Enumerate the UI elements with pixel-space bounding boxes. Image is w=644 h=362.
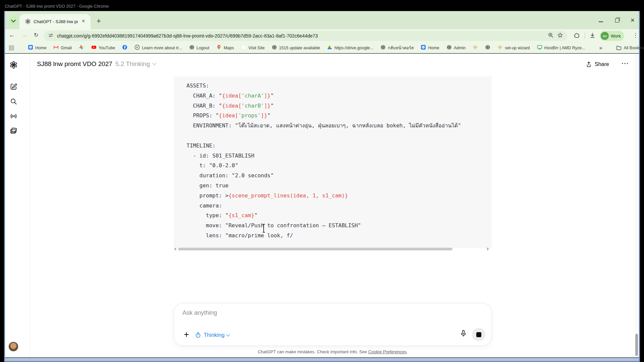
bookmark-item[interactable]: set-up wizard: [497, 45, 530, 51]
hscroll-left-arrow-icon[interactable]: [174, 247, 176, 251]
site-settings-icon[interactable]: [48, 33, 54, 40]
new-tab-button[interactable]: +: [97, 17, 101, 25]
bookmark-item[interactable]: HostBrr | AMD Ryze...: [537, 45, 585, 51]
bookmark-item[interactable]: [79, 45, 84, 51]
bookmark-label: YouTube: [99, 46, 115, 50]
bookmark-item[interactable]: WLearn more about tr...: [135, 45, 182, 51]
bookmarks-overflow-icon[interactable]: »: [599, 45, 602, 51]
microphone-icon[interactable]: [460, 329, 467, 339]
diamond-icon: [497, 45, 503, 51]
diamond-icon: [473, 45, 478, 51]
bookmark-item[interactable]: [122, 45, 127, 51]
thinking-label: Thinking: [204, 332, 224, 338]
forward-button[interactable]: →: [21, 32, 28, 39]
bookmark-label: Gmail: [61, 46, 72, 50]
bookmark-item[interactable]: 1515 update available: [272, 45, 320, 51]
reload-button[interactable]: ↻: [34, 32, 38, 38]
chatgpt-favicon-icon: [25, 18, 31, 24]
code-line: prompt: >{scene_prompt_lines(idea, 1, s1…: [186, 191, 492, 201]
bookmark-item[interactable]: กลับหน้าคอร์ส: [380, 45, 414, 51]
code-line: CHAR_A: "{idea['charA']}": [186, 91, 492, 101]
library-images-icon[interactable]: [9, 126, 18, 135]
conversation-more-icon[interactable]: ⋯: [621, 59, 629, 68]
broadcast-icon[interactable]: [9, 112, 18, 120]
bookmark-star-icon[interactable]: [557, 32, 563, 40]
code-line: duration: "2.0 seconds": [186, 171, 492, 181]
bookmark-items: HomeGmailYouTubeWLearn more about tr...L…: [28, 45, 585, 51]
new-chat-compose-icon[interactable]: [9, 82, 18, 91]
code-line: [186, 131, 492, 141]
code-line: ENVIRONMENT: "โต๊ะไม้สะอาด, แสงหน้าต่างอ…: [186, 121, 492, 131]
bookmark-item[interactable]: https://drive.google...: [327, 45, 373, 51]
bookmark-item[interactable]: [485, 45, 490, 51]
maps-icon: [216, 45, 222, 51]
url-text[interactable]: chatgpt.com/g/g-6992efdd4038819917404999…: [57, 33, 544, 39]
share-button[interactable]: Share: [586, 61, 609, 67]
bookmark-item[interactable]: Admin: [446, 45, 466, 51]
bookmark-item[interactable]: Gmail: [53, 45, 72, 51]
window-minimize-button[interactable]: [599, 21, 603, 22]
profile-button[interactable]: SJ Work: [600, 31, 624, 41]
conversation-title: SJ88 lnw promt VDO 2027: [37, 60, 112, 68]
openai-logo-icon[interactable]: [9, 60, 18, 69]
wordpress-icon: W: [135, 45, 140, 51]
zoom-icon[interactable]: [548, 32, 554, 40]
window-close-button[interactable]: ×: [631, 16, 635, 24]
blank-icon: [241, 45, 246, 51]
code-line: ASSETS:: [186, 81, 492, 91]
composer[interactable]: Ask anything + Thinking: [174, 303, 492, 346]
share-label: Share: [595, 61, 609, 67]
code-line: gen: true: [186, 181, 492, 191]
chevron-down-icon: [11, 17, 15, 22]
attach-plus-button[interactable]: +: [180, 328, 193, 341]
globe-icon: [272, 45, 277, 51]
globe-icon: [189, 45, 195, 51]
svg-text:W: W: [136, 46, 139, 49]
conversation-header[interactable]: SJ88 lnw promt VDO 2027 5.2 Thinking: [37, 60, 156, 68]
home-blue-icon: [421, 45, 426, 51]
bookmark-item[interactable]: Visit Site: [241, 45, 264, 51]
monitor-icon: [537, 45, 542, 51]
code-block[interactable]: ASSETS: CHAR_A: "{idea['charA']}" CHAR_B…: [174, 76, 492, 248]
browser-menu-icon[interactable]: ⋮: [633, 32, 638, 39]
tab-search-button[interactable]: [9, 16, 18, 25]
vertical-scrollbar-thumb[interactable]: [635, 334, 638, 356]
code-line: lens: "macro/prime look, f/: [186, 231, 492, 241]
bookmark-item[interactable]: [473, 45, 478, 51]
bookmark-label: Maps: [224, 46, 234, 50]
hscroll-right-arrow-icon[interactable]: [487, 247, 489, 251]
disclaimer-footer: ChatGPT can make mistakes. Check importa…: [174, 349, 492, 354]
bookmark-label: https://drive.google...: [334, 46, 373, 50]
avatar: SJ: [601, 32, 609, 40]
stop-generating-button[interactable]: [472, 328, 485, 341]
bookmark-item[interactable]: Home: [28, 45, 46, 51]
back-button[interactable]: ←: [9, 32, 15, 39]
apps-grid-icon[interactable]: [9, 46, 14, 50]
tab-close-icon[interactable]: ×: [82, 18, 85, 24]
address-bar[interactable]: chatgpt.com/g/g-6992efdd4038819917404999…: [44, 31, 567, 41]
window-restore-button[interactable]: [615, 18, 619, 22]
code-line: type: "{s1_cam}": [186, 210, 492, 221]
thinking-mode-button[interactable]: Thinking: [195, 332, 229, 338]
drive-icon: [327, 45, 332, 51]
youtube-icon: [91, 45, 97, 51]
bookmark-item[interactable]: Maps: [216, 45, 234, 51]
profile-name: Work: [611, 34, 621, 39]
window-border-right: [639, 11, 640, 362]
bookmark-item[interactable]: Home: [421, 45, 439, 51]
bookmark-item[interactable]: Logout: [189, 45, 209, 51]
search-icon[interactable]: [9, 97, 18, 106]
horizontal-scrollbar[interactable]: [178, 248, 452, 250]
bookmark-label: HostBrr | AMD Ryze...: [544, 46, 585, 50]
composer-input[interactable]: Ask anything: [182, 309, 217, 316]
all-bookmarks-button[interactable]: All Bookmarks: [616, 45, 644, 51]
downloads-icon[interactable]: [589, 32, 596, 40]
globe-icon: [485, 45, 490, 51]
vertical-scrollbar-track[interactable]: [635, 54, 638, 357]
extensions-icon[interactable]: [574, 33, 580, 40]
cookie-preferences-link[interactable]: Cookie Preferences: [368, 349, 407, 354]
bookmark-item[interactable]: YouTube: [91, 45, 115, 51]
user-avatar[interactable]: [8, 342, 18, 352]
bookmark-label: Home: [35, 46, 46, 50]
bookmark-label: Logout: [197, 46, 209, 50]
